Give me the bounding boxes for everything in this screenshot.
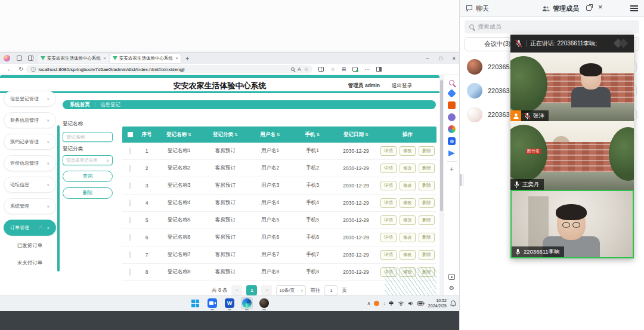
more-options-icon[interactable]: ⋯ — [364, 67, 370, 72]
read-aloud-icon[interactable]: A — [298, 67, 301, 72]
edit-button[interactable]: 修改 — [400, 146, 416, 156]
column-header-user[interactable]: 用户名 ⇅ — [249, 131, 292, 138]
office-app-icon[interactable] — [224, 297, 236, 309]
edit-button[interactable]: 修改 — [400, 215, 416, 225]
favorites-icon[interactable]: ☆ — [330, 67, 335, 72]
battery-icon[interactable] — [417, 301, 425, 306]
sidebar-item[interactable]: 预约记录管理 ∨ — [4, 134, 56, 150]
wifi-icon[interactable] — [398, 301, 404, 306]
sidebar-toggle-icon[interactable] — [376, 67, 382, 72]
panel-resize-handle[interactable] — [460, 174, 464, 186]
add-sidebar-icon[interactable]: + — [444, 165, 459, 172]
column-header-phone[interactable]: 手机 ⇅ — [292, 131, 333, 138]
designer-icon[interactable] — [448, 125, 456, 133]
detail-button[interactable]: 详情 — [380, 164, 397, 173]
delete-row-button[interactable]: 删除 — [419, 146, 435, 156]
delete-row-button[interactable]: 删除 — [419, 198, 435, 208]
header-checkbox[interactable] — [128, 132, 133, 137]
close-button[interactable]: × — [453, 55, 456, 61]
app-icon[interactable] — [258, 297, 270, 309]
search-icon[interactable] — [449, 80, 454, 85]
delete-row-button[interactable]: 删除 — [419, 215, 435, 225]
sort-icon[interactable]: ⇅ — [234, 132, 238, 137]
search-button[interactable]: 查询 — [63, 171, 113, 182]
prev-page-button[interactable]: < — [231, 285, 242, 295]
member-search[interactable]: 搜索成员 — [465, 20, 639, 33]
edit-button[interactable]: 修改 — [400, 164, 416, 173]
profile-avatar[interactable] — [4, 55, 10, 61]
edit-button[interactable]: 修改 — [400, 250, 416, 260]
video-window[interactable]: 正在讲话: 22036611李响; — [510, 35, 634, 258]
tools-icon[interactable] — [448, 101, 456, 109]
new-tab-button[interactable]: + — [185, 55, 189, 62]
sidebar-item[interactable]: 评价信息管理 ∨ — [4, 155, 56, 171]
detail-button[interactable]: 详情 — [380, 198, 397, 208]
detail-button[interactable]: 详情 — [380, 250, 397, 260]
detail-button[interactable]: 详情 — [380, 146, 397, 156]
clock[interactable]: 10:52 2024/2/25 — [428, 298, 447, 309]
start-button[interactable] — [189, 297, 201, 309]
row-checkbox[interactable] — [129, 147, 131, 155]
settings-gear-icon[interactable]: ⚙ — [444, 285, 459, 291]
browser-tab[interactable]: 安安农家生活体验中心系统 × — [38, 54, 109, 63]
detail-button[interactable]: 详情 — [380, 181, 397, 190]
ime-indicator[interactable]: 中 — [389, 300, 394, 307]
video-tile-active-speaker[interactable]: 22036611李响 — [510, 190, 634, 258]
row-checkbox[interactable] — [129, 199, 131, 206]
popout-icon[interactable] — [586, 5, 592, 11]
tray-download-icon[interactable]: ↓ — [383, 301, 385, 306]
sidebar-item[interactable]: 信息登记管理 ∨ — [4, 91, 56, 107]
delete-row-button[interactable]: 删除 — [419, 181, 435, 190]
delete-button[interactable]: 删除 — [63, 187, 113, 199]
feedback-icon[interactable] — [448, 274, 455, 280]
row-checkbox[interactable] — [129, 251, 131, 258]
delete-row-button[interactable]: 删除 — [419, 164, 435, 173]
url-bar[interactable]: ⓘ localhost:8080/springbootv7d6ae0l/admi… — [26, 65, 312, 73]
profile-icon[interactable] — [448, 113, 456, 121]
menu-icon[interactable] — [630, 5, 638, 13]
filter-category-select[interactable]: 请选择登记分类 ∨ — [63, 155, 113, 165]
delete-row-button[interactable]: 删除 — [419, 233, 435, 242]
refresh-button[interactable]: ↻ — [18, 66, 23, 72]
back-button[interactable]: ← — [7, 66, 13, 72]
notification-bell-icon[interactable] — [450, 300, 456, 307]
site-info-icon[interactable]: ⓘ — [30, 66, 35, 73]
tab-actions-icon[interactable] — [17, 55, 22, 61]
tray-headset-icon[interactable] — [374, 301, 379, 306]
edit-button[interactable]: 修改 — [400, 198, 416, 208]
delete-row-button[interactable]: 删除 — [419, 250, 435, 260]
volume-icon[interactable] — [408, 301, 414, 306]
browser-tab-active[interactable]: 安安农家生活体验中心系统 × — [110, 54, 181, 63]
sidebar-item[interactable]: 系统管理 ∨ — [4, 198, 56, 214]
column-header-category[interactable]: 登记分类 ⇅ — [202, 131, 249, 138]
sidebar-subitem-shipped[interactable]: 已发货订单 — [4, 242, 56, 249]
chat-tab[interactable]: 聊天 — [466, 0, 489, 17]
goto-page-input[interactable] — [324, 285, 338, 295]
tab-close-icon[interactable]: × — [175, 55, 178, 61]
row-checkbox[interactable] — [129, 234, 131, 241]
video-tile[interactable]: 图书馆 王奕丹 — [510, 121, 634, 190]
members-tab[interactable]: 管理成员 — [542, 0, 579, 17]
sort-icon[interactable]: ⇅ — [188, 132, 191, 137]
column-header-date[interactable]: 登记日期 ⇅ — [333, 131, 379, 138]
sidebar-item-orders[interactable]: 订单管理 ∧ ☝ — [4, 220, 56, 236]
browser-essentials-icon[interactable] — [352, 67, 358, 72]
sidebar-scrollbar[interactable] — [57, 125, 60, 272]
page-size-select[interactable]: 10条/页 ∨ — [276, 285, 306, 295]
row-checkbox[interactable] — [129, 269, 131, 276]
panel-close-icon[interactable]: × — [598, 2, 603, 11]
row-checkbox[interactable] — [129, 217, 131, 224]
sidebar-item[interactable]: 财务信息管理 ∨ — [4, 112, 56, 128]
workspaces-icon[interactable] — [28, 55, 33, 61]
column-header-name[interactable]: 登记名称 ⇅ — [156, 131, 202, 138]
logout-link[interactable]: 退出登录 — [392, 82, 412, 90]
current-page[interactable]: 1 — [246, 285, 257, 295]
tray-chevron-icon[interactable]: ∧ — [367, 301, 370, 306]
split-screen-icon[interactable] — [318, 67, 324, 72]
column-header-no[interactable]: 序号 — [138, 131, 156, 138]
tab-close-icon[interactable]: × — [103, 55, 106, 61]
detail-button[interactable]: 详情 — [380, 215, 397, 225]
collections-icon[interactable]: ⊞ — [342, 67, 346, 72]
sort-icon[interactable]: ⇅ — [317, 132, 320, 137]
sidebar-subitem-unpaid[interactable]: 未支付订单 — [4, 260, 56, 267]
